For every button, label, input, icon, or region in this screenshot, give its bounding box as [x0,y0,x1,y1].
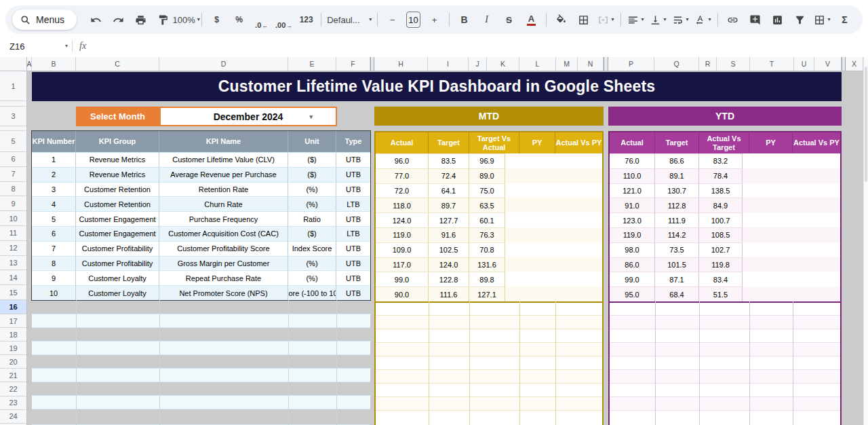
row-header-2[interactable] [0,101,26,107]
kpi-name-cell[interactable]: Gross Margin per Customer [159,256,288,271]
ytd-actual-cell[interactable]: 86.0 [610,257,655,272]
kpi-number-cell[interactable]: 3 [32,182,76,197]
kpi-name-cell[interactable]: Customer Profitability Score [159,241,288,256]
empty-row[interactable] [32,355,370,369]
empty-row[interactable] [376,301,602,316]
mtd-target-cell[interactable]: 64.1 [429,183,469,198]
empty-row[interactable] [376,384,602,397]
fill-color-button[interactable] [550,10,572,29]
kpi-group-cell[interactable]: Revenue Metrics [76,152,159,167]
column-header-K[interactable]: K [487,57,519,71]
ytd-py-cell[interactable]: 51.5 [699,287,743,301]
kpi-type-cell[interactable]: UTB [336,152,370,167]
kpi-number-cell[interactable]: 7 [32,241,76,256]
kpi-unit-cell[interactable]: (%) [288,256,336,271]
row-header-17[interactable]: 17 [0,314,26,328]
decrease-decimal-button[interactable]: .0← [250,10,273,29]
vertical-scrollbar[interactable] [863,57,868,425]
empty-row[interactable] [32,396,370,409]
kpi-type-cell[interactable]: UTB [336,285,370,300]
row-header-11[interactable]: 11 [0,226,26,241]
borders-button[interactable] [572,10,595,29]
ytd-target-cell[interactable]: 130.7 [655,183,699,198]
row-header-6[interactable]: 6 [0,152,26,167]
ytd-py-cell[interactable]: 119.8 [699,257,743,272]
ytd-actual-cell[interactable]: 99.0 [610,272,655,287]
kpi-header-cell[interactable]: KPI Group [76,131,159,152]
column-header-C[interactable]: C [76,57,159,71]
mtd-py-cell[interactable]: 127.1 [469,287,505,301]
create-filter-button[interactable] [789,10,811,29]
column-header-I[interactable]: I [428,57,469,71]
paint-format-button[interactable] [152,10,174,29]
text-color-button[interactable]: A [520,10,542,29]
insert-comment-button[interactable] [744,10,766,29]
increase-font-size-button[interactable]: + [423,10,446,29]
ytd-target-cell[interactable]: 114.2 [655,227,699,242]
select-all-corner[interactable] [0,57,27,71]
mtd-py-cell[interactable]: 76.3 [469,227,505,242]
mtd-actual-cell[interactable]: 99.0 [376,272,429,287]
kpi-group-cell[interactable]: Customer Engagement [76,211,159,226]
ytd-py-cell[interactable]: 78.4 [699,168,743,183]
mtd-py-cell[interactable]: 89.0 [469,168,505,183]
column-header-N[interactable]: N [578,57,604,71]
empty-row[interactable] [610,370,840,384]
row-header-19[interactable]: 19 [0,341,26,355]
column-header-B[interactable]: B [32,57,76,71]
row-header-7[interactable]: 7 [0,167,26,182]
ytd-actual-cell[interactable]: 95.0 [610,287,655,301]
ytd-target-cell[interactable]: 68.4 [655,287,699,301]
mtd-py-cell[interactable]: 89.8 [469,272,505,287]
empty-row[interactable] [376,397,602,411]
mtd-py-cell[interactable]: 96.9 [469,153,505,168]
column-header-X[interactable]: X [846,57,863,71]
mtd-target-cell[interactable]: 102.5 [429,242,469,257]
ytd-target-cell[interactable]: 87.1 [655,272,699,287]
text-wrap-button[interactable]: ▾ [669,10,692,29]
empty-row[interactable] [610,343,840,356]
kpi-number-cell[interactable]: 9 [32,270,76,285]
row-header-23[interactable]: 23 [0,396,26,410]
kpi-group-cell[interactable]: Customer Loyalty [76,270,159,285]
row-header-24[interactable]: 24 [0,410,26,424]
column-header-L[interactable]: L [519,57,556,71]
kpi-group-cell[interactable]: Customer Retention [76,196,159,211]
kpi-number-cell[interactable]: 1 [32,152,76,167]
decrease-font-size-button[interactable]: − [381,10,403,29]
kpi-type-cell[interactable]: UTB [336,182,370,197]
ytd-actual-cell[interactable]: 98.0 [610,242,655,257]
mtd-header-cell[interactable]: Target Vs Actual [469,132,519,153]
dashboard-title-cell[interactable]: Customer Lifetime Value KPI Dashboard in… [32,72,842,101]
empty-row[interactable] [376,343,602,356]
ytd-actual-cell[interactable]: 110.0 [610,168,655,183]
ytd-target-cell[interactable]: 112.8 [655,198,699,212]
mtd-actual-cell[interactable]: 90.0 [376,287,429,301]
row-header-16[interactable]: 16 [0,300,26,314]
empty-row[interactable] [610,329,840,343]
column-header-S[interactable]: S [717,57,750,71]
kpi-number-cell[interactable]: 2 [32,167,76,182]
ytd-py-cell[interactable]: 83.2 [699,153,743,168]
ytd-header-cell[interactable]: Actual Vs Target [699,132,749,153]
kpi-name-cell[interactable]: Net Promoter Score (NPS) [159,285,288,300]
scrollbar-thumb[interactable] [865,67,867,182]
column-header-T[interactable]: T [750,57,794,71]
kpi-group-cell[interactable]: Customer Retention [76,182,159,197]
ytd-py-cell[interactable]: 138.5 [699,183,743,198]
font-size-input[interactable]: 10 [406,12,420,28]
empty-row[interactable] [32,369,370,382]
ytd-actual-cell[interactable]: 119.0 [610,227,655,242]
mtd-py-cell[interactable]: 63.5 [469,198,505,212]
column-header-J[interactable]: J [469,57,487,71]
kpi-unit-cell[interactable]: Index Score [288,241,336,256]
font-select[interactable]: Defaul...▾ [325,10,374,29]
kpi-unit-cell[interactable]: (%) [288,196,336,211]
kpi-group-cell[interactable]: Customer Profitability [76,241,159,256]
ytd-actual-cell[interactable]: 121.0 [610,183,655,198]
empty-row[interactable] [610,316,840,329]
kpi-number-cell[interactable]: 8 [32,256,76,271]
ytd-actual-cell[interactable]: 123.0 [610,212,655,227]
ytd-section-header[interactable]: YTD [608,107,842,126]
kpi-header-cell[interactable]: Type [336,131,370,152]
